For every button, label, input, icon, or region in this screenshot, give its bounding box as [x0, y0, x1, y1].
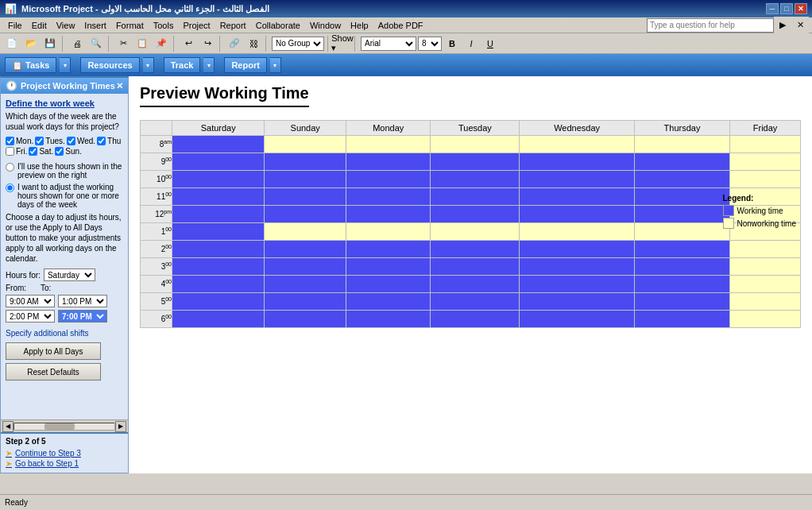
calendar-cell[interactable]: [346, 171, 431, 188]
bold-button[interactable]: B: [443, 35, 461, 52]
calendar-cell[interactable]: [431, 276, 520, 293]
calendar-cell[interactable]: [634, 311, 729, 328]
calendar-cell[interactable]: [346, 293, 431, 311]
calendar-cell[interactable]: [172, 153, 265, 171]
calendar-cell[interactable]: [346, 188, 431, 206]
minimize-button[interactable]: ─: [766, 3, 779, 14]
shift1-from-select[interactable]: 9:00 AM: [6, 295, 55, 307]
calendar-cell[interactable]: [634, 241, 729, 258]
calendar-cell[interactable]: [346, 223, 431, 241]
menu-adobe[interactable]: Adobe PDF: [373, 19, 428, 32]
menu-report[interactable]: Report: [215, 19, 251, 32]
calendar-cell[interactable]: [172, 223, 265, 241]
calendar-cell[interactable]: [730, 153, 801, 171]
menu-insert[interactable]: Insert: [79, 19, 111, 32]
calendar-cell[interactable]: [346, 136, 431, 153]
new-button[interactable]: 📄: [3, 35, 21, 52]
reset-defaults-button[interactable]: Reset Defaults: [6, 363, 101, 381]
underline-button[interactable]: U: [481, 35, 499, 52]
calendar-cell[interactable]: [172, 241, 265, 258]
link-button[interactable]: 🔗: [226, 35, 243, 52]
thu-checkbox[interactable]: [97, 137, 106, 145]
calendar-cell[interactable]: [520, 153, 635, 171]
radio-use-preview-input[interactable]: [6, 163, 14, 172]
calendar-cell[interactable]: [634, 276, 729, 293]
calendar-cell[interactable]: [520, 311, 635, 328]
track-button[interactable]: Track: [164, 57, 201, 73]
shift2-from-select[interactable]: 2:00 PM: [6, 310, 55, 323]
resources-button[interactable]: Resources: [80, 57, 139, 73]
panel-close-button[interactable]: ✕: [116, 81, 123, 91]
calendar-cell[interactable]: [172, 188, 265, 206]
calendar-cell[interactable]: [346, 241, 431, 258]
calendar-cell[interactable]: [431, 311, 520, 328]
tasks-button[interactable]: 📋 Tasks: [5, 57, 56, 73]
calendar-cell[interactable]: [265, 258, 346, 276]
calendar-cell[interactable]: [634, 171, 729, 188]
calendar-cell[interactable]: [520, 258, 635, 276]
calendar-cell[interactable]: [346, 276, 431, 293]
calendar-cell[interactable]: [431, 188, 520, 206]
italic-button[interactable]: I: [462, 35, 480, 52]
menu-view[interactable]: View: [52, 19, 80, 32]
calendar-cell[interactable]: [172, 276, 265, 293]
calendar-cell[interactable]: [431, 293, 520, 311]
report-button[interactable]: Report: [224, 57, 266, 73]
fri-checkbox[interactable]: [6, 147, 14, 156]
calendar-cell[interactable]: [431, 153, 520, 171]
redo-button[interactable]: ↪: [199, 35, 216, 52]
tue-checkbox[interactable]: [35, 137, 44, 145]
calendar-cell[interactable]: [634, 223, 729, 241]
menu-project[interactable]: Project: [178, 19, 215, 32]
calendar-cell[interactable]: [634, 153, 729, 171]
calendar-cell[interactable]: [730, 171, 801, 188]
continue-step-link[interactable]: ➤ Continue to Step 3: [6, 449, 123, 458]
close-button[interactable]: ✕: [795, 3, 807, 14]
calendar-cell[interactable]: [265, 293, 346, 311]
go-back-step-link[interactable]: ➤ Go back to Step 1: [6, 459, 123, 468]
calendar-cell[interactable]: [265, 241, 346, 258]
calendar-cell[interactable]: [520, 206, 635, 223]
menu-window[interactable]: Window: [305, 19, 346, 32]
calendar-cell[interactable]: [431, 223, 520, 241]
scroll-left-button[interactable]: ◀: [2, 421, 14, 432]
menu-help[interactable]: Help: [346, 19, 373, 32]
apply-all-days-button[interactable]: Apply to All Days: [6, 342, 101, 360]
calendar-cell[interactable]: [730, 258, 801, 276]
hours-for-select[interactable]: Saturday Sunday Monday: [44, 269, 95, 281]
scrollbar-thumb[interactable]: [44, 423, 75, 430]
calendar-cell[interactable]: [265, 311, 346, 328]
calendar-cell[interactable]: [431, 241, 520, 258]
calendar-cell[interactable]: [346, 258, 431, 276]
calendar-cell[interactable]: [520, 171, 635, 188]
calendar-cell[interactable]: [730, 241, 801, 258]
calendar-cell[interactable]: [172, 171, 265, 188]
menu-collaborate[interactable]: Collaborate: [251, 19, 305, 32]
sat-checkbox[interactable]: [29, 147, 37, 156]
calendar-cell[interactable]: [431, 171, 520, 188]
calendar-cell[interactable]: [265, 153, 346, 171]
calendar-cell[interactable]: [520, 136, 635, 153]
calendar-cell[interactable]: [520, 241, 635, 258]
undo-button[interactable]: ↩: [180, 35, 197, 52]
cut-button[interactable]: ✂: [114, 35, 132, 52]
font-select[interactable]: Arial: [361, 37, 416, 51]
shift2-to-select[interactable]: 7:00 PM: [58, 310, 107, 323]
paste-button[interactable]: 📌: [153, 35, 170, 52]
menu-format[interactable]: Format: [111, 19, 149, 32]
calendar-cell[interactable]: [172, 311, 265, 328]
resources-dropdown[interactable]: ▾: [143, 57, 154, 73]
calendar-cell[interactable]: [634, 293, 729, 311]
maximize-button[interactable]: □: [780, 3, 793, 14]
group-select[interactable]: No Group: [272, 37, 324, 51]
calendar-cell[interactable]: [346, 311, 431, 328]
search-go-button[interactable]: ▶: [774, 17, 791, 34]
calendar-cell[interactable]: [431, 258, 520, 276]
search-input[interactable]: [647, 18, 774, 33]
menu-edit[interactable]: Edit: [27, 19, 52, 32]
calendar-cell[interactable]: [172, 206, 265, 223]
menu-tools[interactable]: Tools: [149, 19, 179, 32]
calendar-cell[interactable]: [346, 153, 431, 171]
calendar-cell[interactable]: [265, 206, 346, 223]
calendar-cell[interactable]: [730, 136, 801, 153]
